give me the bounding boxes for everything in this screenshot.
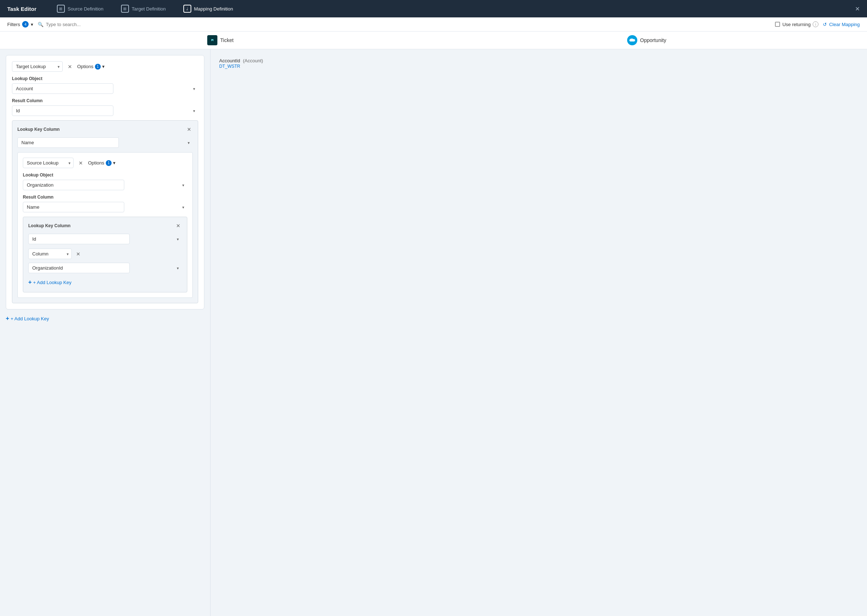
target-lookup-options-badge: 1 [95, 64, 101, 69]
target-system: Opportunity [433, 35, 860, 45]
source-lookup-options-label: Options [88, 160, 104, 166]
source-result-column-select[interactable]: Name [23, 202, 124, 212]
source-key-column-id-wrapper[interactable]: Id [28, 234, 182, 244]
source-system-label: Ticket [220, 37, 234, 43]
target-lookup-type-select[interactable]: Target Lookup [12, 61, 63, 72]
target-system-label: Opportunity [640, 37, 666, 43]
source-lookup-type-wrapper[interactable]: Source Lookup [23, 158, 74, 168]
outer-add-lookup-key-label: + Add Lookup Key [11, 316, 49, 321]
source-column-type-wrapper[interactable]: Column [28, 248, 72, 259]
source-lookup-object-group: Lookup Object Organization [23, 173, 187, 190]
source-result-column-label: Result Column [23, 195, 187, 200]
use-returning-container: Use returning i [775, 21, 818, 27]
target-lookup-card: Target Lookup ✕ Options 1 ▾ Lookup Objec… [6, 55, 204, 310]
outer-add-lookup-key-button[interactable]: + + Add Lookup Key [6, 314, 204, 323]
source-organization-id-select[interactable]: OrganizationId [28, 263, 130, 273]
info-icon[interactable]: i [813, 21, 818, 27]
tab-mapping-definition[interactable]: ♩ Mapping Definition [181, 3, 236, 14]
clear-mapping-button[interactable]: ↺ Clear Mapping [823, 22, 860, 27]
target-lookup-object-group: Lookup Object Account [12, 76, 198, 94]
mapping-definition-icon: ♩ [183, 5, 191, 13]
left-panel: Target Lookup ✕ Options 1 ▾ Lookup Objec… [0, 49, 210, 616]
source-column-type-close-button[interactable]: ✕ [75, 250, 82, 258]
field-sub-label: DT_WSTR [219, 63, 858, 69]
outer-add-lookup-plus-icon: + [6, 315, 9, 322]
source-bar: Ticket Opportunity [0, 31, 867, 49]
target-result-column-wrapper[interactable]: Id [12, 105, 198, 116]
use-returning-label: Use returning [782, 22, 810, 27]
header: Task Editor ⊞ Source Definition ⊞ Target… [0, 0, 867, 17]
field-sub-value: DT_WSTR [219, 64, 240, 69]
field-label-row: AccountId (Account) [219, 58, 858, 63]
inner-add-lookup-plus-icon: + [28, 279, 31, 286]
source-organization-id-wrapper[interactable]: OrganizationId [28, 263, 182, 273]
inner-add-lookup-key-button[interactable]: + + Add Lookup Key [28, 278, 182, 287]
source-lookup-object-label: Lookup Object [23, 173, 187, 178]
tab-target-definition[interactable]: ⊞ Target Definition [118, 3, 169, 14]
source-lookup-key-column-card: Lookup Key Column ✕ Id [23, 217, 187, 292]
source-lookup-options-chevron-icon: ▾ [113, 160, 116, 166]
source-column-type-select[interactable]: Column [28, 248, 72, 259]
field-type-label: (Account) [243, 58, 263, 63]
source-result-column-group: Result Column Name [23, 195, 187, 212]
target-lookup-key-column-close-button[interactable]: ✕ [185, 126, 193, 133]
source-lookup-header: Source Lookup ✕ Options 1 ▾ [23, 158, 187, 168]
target-lookup-key-column-header: Lookup Key Column ✕ [17, 126, 193, 133]
source-lookup-object-wrapper[interactable]: Organization [23, 180, 187, 190]
source-lookup-type-select[interactable]: Source Lookup [23, 158, 74, 168]
right-panel: AccountId (Account) DT_WSTR [210, 49, 867, 616]
target-lookup-options-chevron-icon: ▾ [102, 64, 105, 69]
account-id-block: AccountId (Account) DT_WSTR [216, 55, 861, 72]
close-button[interactable]: ✕ [855, 5, 860, 12]
source-column-type-row: Column ✕ [28, 248, 182, 259]
source-lookup-card: Source Lookup ✕ Options 1 ▾ Lookup Objec… [17, 152, 193, 298]
target-lookup-options-label: Options [77, 64, 93, 69]
inner-add-lookup-key-label: + Add Lookup Key [33, 280, 71, 285]
filters-label: Filters [7, 22, 20, 27]
filters-chevron-icon: ▾ [31, 22, 33, 27]
target-lookup-key-column-title: Lookup Key Column [17, 127, 60, 132]
source-organization-id-group: OrganizationId [28, 263, 182, 273]
tab-source-definition[interactable]: ⊞ Source Definition [54, 3, 107, 14]
search-box: 🔍 [38, 22, 118, 27]
target-result-column-group: Result Column Id [12, 98, 198, 116]
target-result-column-label: Result Column [12, 98, 198, 103]
source-result-column-wrapper[interactable]: Name [23, 202, 187, 212]
target-lookup-object-wrapper[interactable]: Account [12, 83, 198, 94]
target-lookup-close-button[interactable]: ✕ [66, 63, 74, 70]
zendesk-logo [207, 35, 217, 45]
use-returning-checkbox[interactable] [775, 22, 780, 27]
app-title: Task Editor [7, 6, 36, 12]
target-lookup-header: Target Lookup ✕ Options 1 ▾ [12, 61, 198, 72]
field-id-label: AccountId [219, 58, 240, 63]
target-key-column-select[interactable]: Name [17, 137, 119, 148]
target-key-column-wrapper[interactable]: Name [17, 137, 193, 148]
target-lookup-options-button[interactable]: Options 1 ▾ [77, 64, 105, 69]
main-content: Target Lookup ✕ Options 1 ▾ Lookup Objec… [0, 49, 867, 616]
header-tabs: ⊞ Source Definition ⊞ Target Definition … [54, 3, 843, 14]
filter-count-badge: 4 [22, 21, 28, 28]
source-definition-icon: ⊞ [57, 5, 65, 13]
filters-button[interactable]: Filters 4 ▾ [7, 21, 33, 28]
search-icon: 🔍 [38, 22, 44, 27]
source-key-column-id-select[interactable]: Id [28, 234, 130, 244]
source-system: Ticket [7, 35, 433, 45]
source-lookup-object-select[interactable]: Organization [23, 180, 124, 190]
source-lookup-key-column-header: Lookup Key Column ✕ [28, 222, 182, 229]
source-lookup-options-button[interactable]: Options 1 ▾ [88, 160, 116, 166]
target-lookup-object-select[interactable]: Account [12, 83, 113, 94]
salesforce-logo [627, 35, 637, 45]
target-key-column-select-group: Name [17, 137, 193, 148]
search-input[interactable] [46, 22, 118, 27]
target-lookup-key-column-card: Lookup Key Column ✕ Name [12, 120, 198, 303]
target-lookup-type-wrapper[interactable]: Target Lookup [12, 61, 63, 72]
source-lookup-key-column-title: Lookup Key Column [28, 223, 71, 228]
target-definition-icon: ⊞ [121, 5, 129, 13]
source-lookup-options-badge: 1 [106, 160, 112, 166]
target-lookup-object-label: Lookup Object [12, 76, 198, 81]
toolbar: Filters 4 ▾ 🔍 Use returning i ↺ Clear Ma… [0, 17, 867, 31]
target-result-column-select[interactable]: Id [12, 105, 113, 116]
source-key-column-id-group: Id [28, 234, 182, 244]
source-lookup-close-button[interactable]: ✕ [77, 159, 85, 167]
source-lookup-key-column-close-button[interactable]: ✕ [174, 222, 182, 229]
